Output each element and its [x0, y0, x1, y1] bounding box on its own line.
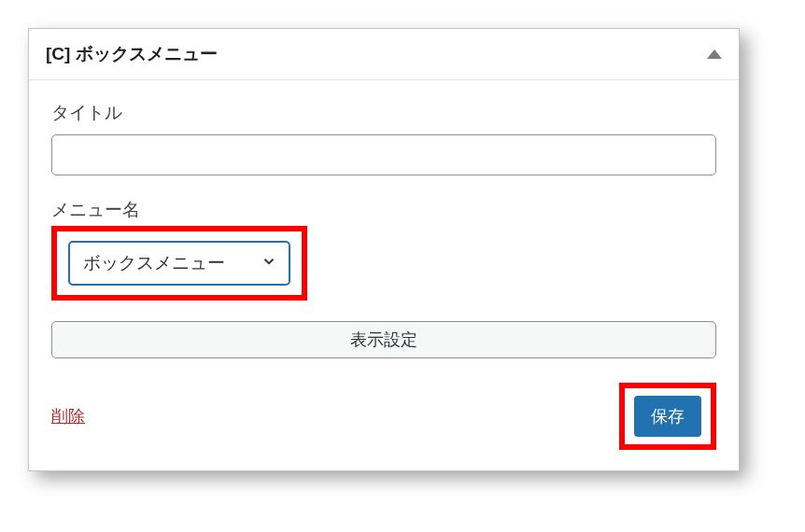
menu-name-field-group: メニュー名	[51, 198, 716, 222]
menu-name-label: メニュー名	[51, 198, 716, 222]
widget-header[interactable]: [C] ボックスメニュー	[29, 29, 739, 80]
highlight-save: 保存	[619, 383, 716, 450]
title-label: タイトル	[51, 101, 716, 125]
widget-title: [C] ボックスメニュー	[46, 42, 218, 66]
menu-selected-value: ボックスメニュー	[83, 251, 225, 275]
title-input[interactable]	[51, 134, 716, 175]
display-settings-button[interactable]: 表示設定	[51, 321, 716, 358]
widget-panel: [C] ボックスメニュー タイトル メニュー名 ボックスメニュー 表示設定 削除	[28, 28, 740, 471]
save-button[interactable]: 保存	[634, 396, 701, 437]
widget-body: タイトル メニュー名 ボックスメニュー 表示設定 削除 保存	[29, 80, 739, 470]
highlight-menu-select: ボックスメニュー	[51, 226, 307, 301]
menu-name-select[interactable]: ボックスメニュー	[68, 241, 290, 286]
delete-link[interactable]: 削除	[51, 405, 85, 427]
collapse-up-icon	[707, 49, 722, 59]
title-field-group: タイトル	[51, 101, 716, 175]
widget-footer: 削除 保存	[51, 383, 716, 450]
menu-select-wrap: ボックスメニュー	[68, 241, 290, 286]
